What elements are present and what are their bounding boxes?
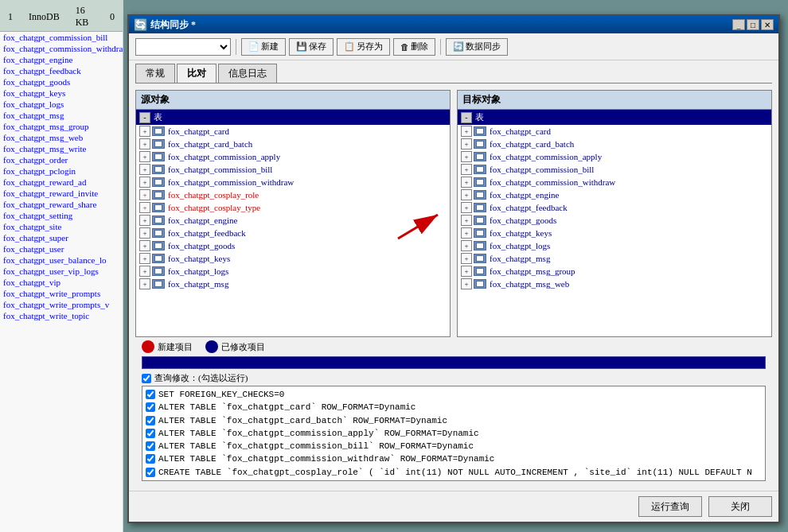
sync-button[interactable]: 🔄 数据同步 [446, 38, 508, 56]
source-tree-item[interactable]: + fox_chatgpt_commission_apply [136, 150, 450, 163]
tree-expand-icon[interactable]: + [139, 138, 150, 150]
delete-button[interactable]: 🗑 删除 [393, 38, 435, 56]
sql-line-checkbox[interactable] [146, 416, 155, 425]
tree-expand-icon[interactable]: + [139, 253, 150, 264]
target-tree-item[interactable]: + fox_chatgpt_card [458, 125, 771, 138]
target-tree-item[interactable]: + fox_chatgpt_commission_withdraw [458, 176, 771, 188]
source-tree-item[interactable]: + fox_chatgpt_card_batch [136, 138, 450, 150]
sidebar-item[interactable]: fox_chatgpt_engine [0, 54, 123, 65]
sql-line-checkbox[interactable] [146, 468, 155, 477]
sql-master-checkbox[interactable] [142, 374, 151, 383]
sidebar-item[interactable]: fox_chatgpt_msg_write [0, 143, 123, 154]
source-tree-item[interactable]: + fox_chatgpt_cosplay_type [136, 201, 450, 214]
source-tree-item[interactable]: + fox_chatgpt_logs [136, 265, 450, 278]
source-tree-item[interactable]: + fox_chatgpt_commission_withdraw [136, 176, 450, 188]
save-button[interactable]: 💾 保存 [289, 38, 334, 56]
sidebar-item[interactable]: fox_chatgpt_feedback [0, 65, 123, 76]
target-tree-item[interactable]: + fox_chatgpt_goods [458, 214, 771, 227]
tree-expand-icon[interactable]: + [139, 227, 150, 239]
sidebar-item[interactable]: fox_chatgpt_msg_web [0, 132, 123, 143]
tree-expand-icon[interactable]: + [139, 278, 150, 289]
tree-expand-icon[interactable]: + [461, 126, 472, 137]
sql-line-checkbox[interactable] [146, 429, 155, 438]
source-tree-item[interactable]: + fox_chatgpt_cosplay_role [136, 188, 450, 201]
tree-expand-icon[interactable]: + [461, 253, 472, 264]
sidebar-item[interactable]: fox_chatgpt_user_balance_lo [0, 254, 123, 266]
sidebar-item[interactable]: fox_chatgpt_msg [0, 110, 123, 121]
source-tree-item[interactable]: + fox_chatgpt_goods [136, 239, 450, 252]
sidebar-item[interactable]: fox_chatgpt_logs [0, 99, 123, 110]
sidebar-item[interactable]: fox_chatgpt_goods [0, 76, 123, 87]
tree-expand-icon[interactable]: + [461, 202, 472, 213]
tab-log[interactable]: 信息日志 [218, 64, 277, 83]
saveas-button[interactable]: 📋 另存为 [337, 38, 390, 56]
sidebar-item[interactable]: fox_chatgpt_write_topic [0, 310, 123, 321]
sql-line-checkbox[interactable] [146, 390, 155, 399]
close-button[interactable]: 关闭 [708, 496, 772, 517]
sql-box[interactable]: SET FOREIGN_KEY_CHECKS=0 ALTER TABLE `fo… [142, 386, 766, 481]
target-tree-content[interactable]: + fox_chatgpt_card + fox_chatgpt_card_ba… [458, 125, 771, 336]
tree-expand-icon[interactable]: + [139, 126, 150, 137]
target-tree-item[interactable]: + fox_chatgpt_feedback [458, 201, 771, 214]
sidebar-item[interactable]: fox_chatgpt_pclogin [0, 165, 123, 177]
tree-expand-icon[interactable]: + [139, 215, 150, 226]
source-tree-item[interactable]: + fox_chatgpt_keys [136, 252, 450, 265]
sidebar-item[interactable]: fox_chatgpt_write_prompts_v [0, 299, 123, 310]
tree-expand-icon[interactable]: + [139, 202, 150, 213]
tree-expand-icon[interactable]: + [139, 151, 150, 162]
tree-expand-icon[interactable]: + [461, 215, 472, 226]
source-collapse-button[interactable]: - [139, 112, 150, 123]
tree-expand-icon[interactable]: + [461, 240, 472, 251]
tree-expand-icon[interactable]: + [461, 266, 472, 277]
source-tree-item[interactable]: + fox_chatgpt_card [136, 125, 450, 138]
target-tree-item[interactable]: + fox_chatgpt_keys [458, 227, 771, 239]
source-tree-item[interactable]: + fox_chatgpt_engine [136, 214, 450, 227]
target-collapse-button[interactable]: - [461, 112, 472, 123]
sql-line-checkbox[interactable] [146, 454, 155, 464]
run-query-button[interactable]: 运行查询 [638, 496, 702, 517]
sql-line-checkbox[interactable] [146, 480, 155, 481]
source-tree-item[interactable]: + fox_chatgpt_msg [136, 278, 450, 290]
sql-line-checkbox[interactable] [146, 402, 155, 412]
target-tree-item[interactable]: + fox_chatgpt_engine [458, 188, 771, 201]
tree-expand-icon[interactable]: + [461, 164, 472, 175]
tree-expand-icon[interactable]: + [461, 138, 472, 150]
sidebar-item[interactable]: fox_chatgpt_user_vip_logs [0, 266, 123, 277]
maximize-button[interactable]: □ [747, 19, 759, 30]
tree-expand-icon[interactable]: + [139, 164, 150, 175]
target-tree-item[interactable]: + fox_chatgpt_msg_group [458, 265, 771, 278]
new-button[interactable]: 📄 新建 [241, 38, 286, 56]
sidebar-item[interactable]: fox_chatgpt_reward_invite [0, 188, 123, 199]
sidebar-item[interactable]: fox_chatgpt_setting [0, 210, 123, 221]
sidebar-item[interactable]: fox_chatgpt_reward_share [0, 199, 123, 210]
sidebar-item[interactable]: fox_chatgpt_super [0, 232, 123, 243]
target-tree-item[interactable]: + fox_chatgpt_card_batch [458, 138, 771, 150]
tree-expand-icon[interactable]: + [461, 151, 472, 162]
tree-expand-icon[interactable]: + [461, 177, 472, 188]
target-tree-item[interactable]: + fox_chatgpt_commission_apply [458, 150, 771, 163]
sidebar-item[interactable]: fox_chatgpt_commission_bill [0, 32, 123, 43]
target-tree-item[interactable]: + fox_chatgpt_logs [458, 239, 771, 252]
database-select[interactable] [135, 38, 231, 56]
target-tree-item[interactable]: + fox_chatgpt_msg_web [458, 278, 771, 290]
tree-expand-icon[interactable]: + [139, 266, 150, 277]
sidebar-item[interactable]: fox_chatgpt_keys [0, 87, 123, 99]
sidebar-item[interactable]: fox_chatgpt_order [0, 154, 123, 165]
target-tree-item[interactable]: + fox_chatgpt_msg [458, 252, 771, 265]
source-tree-item[interactable]: + fox_chatgpt_commission_bill [136, 163, 450, 176]
sidebar-item[interactable]: fox_chatgpt_msg_group [0, 121, 123, 132]
target-tree-item[interactable]: + fox_chatgpt_commission_bill [458, 163, 771, 176]
tree-expand-icon[interactable]: + [139, 177, 150, 188]
tree-expand-icon[interactable]: + [461, 189, 472, 200]
close-title-button[interactable]: ✕ [761, 19, 774, 30]
sidebar-item[interactable]: fox_chatgpt_reward_ad [0, 177, 123, 188]
sidebar-item[interactable]: fox_chatgpt_write_prompts [0, 288, 123, 299]
tab-general[interactable]: 常规 [135, 64, 175, 83]
tab-compare[interactable]: 比对 [177, 64, 217, 83]
tree-expand-icon[interactable]: + [461, 278, 472, 289]
tree-expand-icon[interactable]: + [139, 240, 150, 251]
sidebar-item[interactable]: fox_chatgpt_vip [0, 277, 123, 288]
source-tree-item[interactable]: + fox_chatgpt_feedback [136, 227, 450, 239]
sql-line-checkbox[interactable] [146, 441, 155, 451]
tree-expand-icon[interactable]: + [139, 189, 150, 200]
